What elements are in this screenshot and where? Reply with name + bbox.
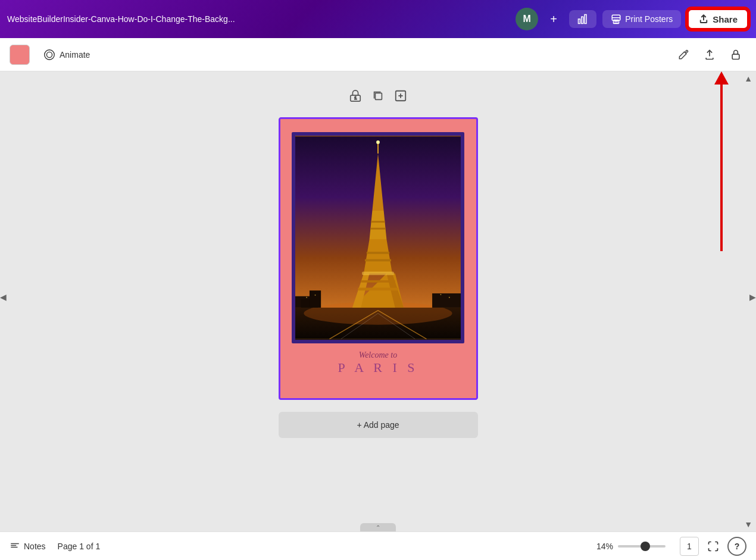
toolbar-right-actions — [673, 44, 746, 65]
svg-rect-26 — [361, 280, 395, 283]
canvas-content: 1 — [279, 89, 478, 438]
svg-point-42 — [306, 297, 307, 298]
design-controls: 1 — [349, 89, 407, 105]
paris-text: P A R I S — [338, 360, 418, 376]
page-number-button[interactable]: 1 — [680, 537, 699, 556]
canvas-area: ▲ ▼ ◀ ▶ 1 — [0, 71, 756, 531]
notes-label: Notes — [24, 542, 46, 551]
eiffel-tower-svg — [295, 136, 461, 340]
help-button[interactable]: ? — [727, 537, 746, 556]
add-page-button[interactable]: + Add page — [279, 412, 478, 438]
svg-rect-28 — [365, 259, 391, 261]
zoom-track — [618, 545, 666, 548]
svg-point-36 — [376, 140, 380, 144]
print-label: Print Posters — [625, 14, 673, 24]
svg-rect-37 — [362, 272, 394, 276]
animate-button[interactable]: Animate — [37, 45, 96, 65]
zoom-thumb[interactable] — [641, 542, 650, 551]
scroll-up-arrow[interactable]: ▲ — [744, 74, 752, 83]
welcome-text: Welcome to — [338, 351, 418, 360]
zoom-slider[interactable] — [618, 545, 666, 548]
animate-icon — [43, 48, 56, 61]
card-text: Welcome to P A R I S — [338, 351, 418, 376]
paint-format-icon — [677, 49, 689, 61]
svg-rect-39 — [432, 293, 461, 308]
upload-button[interactable] — [699, 44, 720, 65]
svg-point-43 — [315, 295, 316, 296]
scroll-right-arrow[interactable]: ▶ — [749, 292, 756, 302]
duplicate-element-icon[interactable] — [371, 89, 385, 105]
svg-rect-29 — [367, 252, 389, 254]
analytics-button[interactable] — [569, 10, 596, 28]
chart-icon — [577, 14, 588, 24]
notes-icon — [10, 541, 20, 552]
scroll-handle[interactable] — [360, 523, 396, 531]
svg-point-7 — [686, 50, 688, 52]
lock-element-icon[interactable]: 1 — [349, 89, 362, 105]
svg-marker-30 — [370, 211, 387, 239]
lock-button[interactable] — [725, 44, 746, 65]
svg-point-44 — [440, 294, 441, 295]
svg-point-6 — [46, 52, 52, 57]
svg-rect-0 — [579, 19, 580, 24]
svg-point-5 — [45, 49, 55, 60]
print-posters-button[interactable]: Print Posters — [602, 10, 681, 28]
add-element-icon[interactable] — [394, 89, 407, 105]
toolbar: Animate — [0, 38, 756, 71]
red-arrow-annotation — [714, 71, 729, 251]
eiffel-photo — [292, 132, 464, 343]
svg-rect-25 — [358, 287, 398, 290]
document-title: WebsiteBuilderInsider-Canva-How-Do-I-Cha… — [7, 14, 510, 24]
svg-point-45 — [449, 297, 450, 298]
svg-rect-32 — [371, 221, 385, 223]
svg-rect-31 — [371, 228, 386, 230]
svg-rect-11 — [375, 93, 382, 99]
notes-button[interactable]: Notes — [10, 541, 46, 552]
bottom-right-icons: 1 ? — [680, 537, 746, 556]
red-arrow-line — [720, 85, 723, 251]
red-arrow-head — [714, 71, 729, 85]
share-button[interactable]: Share — [687, 8, 749, 30]
scroll-left-arrow[interactable]: ◀ — [0, 292, 7, 302]
svg-rect-8 — [732, 54, 739, 59]
fullscreen-button[interactable] — [704, 537, 723, 556]
navbar: WebsiteBuilderInsider-Canva-How-Do-I-Cha… — [0, 0, 756, 38]
print-icon — [611, 14, 621, 24]
paint-format-button[interactable] — [673, 44, 694, 65]
user-avatar[interactable]: M — [516, 8, 538, 30]
svg-rect-41 — [301, 299, 310, 308]
share-icon — [698, 14, 709, 24]
design-card[interactable]: Welcome to P A R I S + — [279, 117, 478, 400]
svg-text:1: 1 — [354, 95, 357, 101]
add-design-button[interactable]: + — [544, 10, 563, 29]
zoom-section: 14% — [596, 542, 666, 551]
scroll-down-arrow[interactable]: ▼ — [744, 520, 752, 529]
svg-rect-1 — [582, 17, 583, 23]
share-label: Share — [713, 14, 738, 24]
upload-icon — [704, 49, 716, 61]
animate-label: Animate — [60, 50, 90, 60]
page-number-label: 1 — [687, 542, 692, 551]
zoom-percent: 14% — [596, 542, 613, 551]
background-color-swatch[interactable] — [10, 45, 30, 65]
page-info: Page 1 of 1 — [58, 542, 101, 551]
bottom-bar: Notes Page 1 of 1 14% 1 ? — [0, 531, 756, 560]
lock-icon — [730, 49, 742, 61]
fullscreen-icon — [707, 540, 719, 552]
svg-rect-2 — [585, 15, 586, 24]
svg-rect-40 — [310, 290, 321, 308]
